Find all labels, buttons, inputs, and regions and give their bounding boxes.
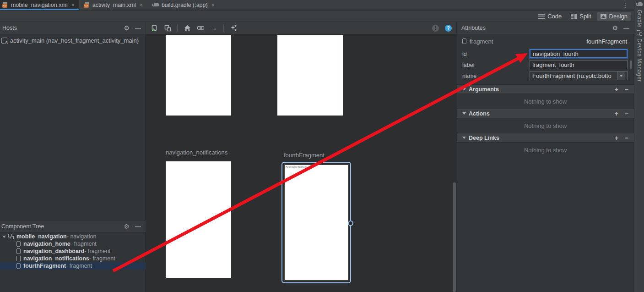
arrow-right-icon[interactable]: → (210, 24, 217, 32)
home-icon[interactable] (184, 24, 191, 32)
destination-preview-notifications[interactable] (166, 161, 231, 278)
new-destination-icon[interactable] (151, 24, 158, 32)
fragment-preview-content: Hello blank fragment (284, 164, 349, 281)
gear-icon[interactable]: ⚙ (124, 25, 130, 31)
device-manager-icon (637, 30, 642, 36)
tree-item-suffix: - fragment (84, 248, 110, 254)
navigation-graph-canvas[interactable]: navigation_notifications fourthFragment … (146, 34, 456, 292)
chevron-down-icon (462, 137, 466, 139)
gradle-tool-window-button[interactable]: Gradle (636, 10, 643, 28)
nested-graph-icon[interactable] (164, 24, 171, 32)
hide-panel-icon[interactable]: — (623, 25, 629, 31)
split-mode-button[interactable]: Split (567, 12, 595, 21)
hide-panel-icon[interactable]: — (135, 223, 141, 229)
section-title: Actions (469, 110, 490, 117)
component-id: fourthFragment (586, 38, 627, 45)
tree-item-name: navigation_dashboard (23, 248, 84, 254)
destination-preview-home[interactable] (166, 35, 231, 116)
tree-item-navigation-home[interactable]: navigation_home - fragment (0, 240, 146, 248)
tree-item-navigation-dashboard[interactable]: navigation_dashboard - fragment (0, 248, 146, 255)
gear-icon[interactable]: ⚙ (124, 223, 130, 230)
fragment-icon (16, 263, 21, 269)
gear-icon[interactable]: ⚙ (612, 25, 618, 31)
add-action-icon[interactable]: + (615, 110, 618, 117)
chevron-down-icon[interactable] (2, 236, 6, 238)
remove-deep-link-icon[interactable]: − (625, 135, 628, 141)
id-input[interactable] (530, 49, 628, 58)
code-mode-button[interactable]: Code (535, 12, 565, 21)
editor-tab-bar: <> mobile_navigation.xml × <> activity_m… (0, 0, 634, 10)
tree-item-name: navigation_notifications (23, 255, 89, 262)
attributes-scrollbar-thumb[interactable] (630, 61, 632, 69)
tree-item-fourth-fragment[interactable]: fourthFragment - fragment (0, 262, 146, 270)
xml-file-icon: <> (2, 2, 8, 8)
tab-label: mobile_navigation.xml (11, 2, 68, 8)
fragment-icon (16, 241, 21, 247)
tree-item-suffix: - navigation (67, 233, 97, 240)
component-tree: mobile_navigation - navigation navigatio… (0, 233, 146, 270)
fragment-icon (16, 248, 21, 254)
deep-links-section-header[interactable]: Deep Links + − (457, 133, 634, 143)
fragment-icon (462, 39, 466, 44)
section-title: Arguments (469, 86, 499, 93)
label-input[interactable] (530, 60, 628, 69)
arguments-empty-text: Nothing to show (457, 98, 634, 105)
tab-activity-main-xml[interactable]: <> activity_main.xml × (79, 0, 147, 10)
auto-arrange-icon[interactable] (230, 24, 237, 32)
tree-item-suffix: - fragment (89, 255, 115, 262)
split-label: Split (579, 13, 591, 20)
close-icon[interactable]: × (211, 2, 215, 8)
issues-icon[interactable]: ! (432, 25, 439, 32)
link-action-icon[interactable] (197, 24, 204, 32)
name-dropdown[interactable]: FourthFragment (ru.yotc.botto (530, 71, 628, 80)
arguments-section-header[interactable]: Arguments + − (457, 84, 634, 94)
tab-build-gradle[interactable]: build.gradle (:app) × (147, 0, 219, 10)
close-icon[interactable]: × (71, 2, 75, 8)
remove-argument-icon[interactable]: − (625, 86, 628, 93)
code-label: Code (547, 13, 562, 20)
actions-empty-text: Nothing to show (457, 122, 634, 129)
design-label: Design (609, 13, 628, 20)
toolbar-separator (177, 24, 178, 32)
tree-item-suffix: - fragment (70, 241, 97, 247)
tab-mobile-navigation-xml[interactable]: <> mobile_navigation.xml × (0, 0, 79, 10)
activity-icon (1, 38, 7, 44)
hide-panel-icon[interactable]: — (135, 25, 141, 31)
xml-file-icon: <> (84, 2, 90, 8)
component-tree-header: Component Tree ⚙ — (0, 220, 146, 232)
gradle-elephant-icon (152, 2, 159, 7)
design-mode-button[interactable]: Design (597, 12, 631, 21)
split-icon (571, 14, 577, 19)
tree-item-navigation-notifications[interactable]: navigation_notifications - fragment (0, 255, 146, 262)
attributes-panel: Attributes ⚙ — fragment fourthFragment i… (457, 22, 634, 292)
preview-text: Hello blank fragment (286, 165, 307, 168)
destination-preview-dashboard[interactable] (277, 35, 343, 116)
tree-item-mobile-navigation[interactable]: mobile_navigation - navigation (0, 233, 146, 240)
label-attribute-label: label (462, 61, 474, 70)
add-argument-icon[interactable]: + (615, 86, 618, 93)
chevron-down-icon[interactable] (617, 72, 625, 80)
destination-preview-fourth-selected[interactable]: Hello blank fragment (281, 162, 351, 283)
add-deep-link-icon[interactable]: + (615, 135, 618, 141)
remove-action-icon[interactable]: − (625, 110, 628, 117)
chevron-down-icon (462, 112, 466, 115)
gradle-elephant-icon (636, 2, 643, 7)
host-item-activity-main[interactable]: activity_main (nav_host_fragment_activit… (0, 36, 146, 44)
component-tree-title: Component Tree (1, 223, 44, 230)
tree-item-suffix: - fragment (66, 263, 92, 269)
design-icon (601, 14, 606, 19)
editor-mode-toolbar: Code Split Design (0, 11, 634, 22)
tab-label: activity_main.xml (92, 2, 136, 8)
actions-section-header[interactable]: Actions + − (457, 109, 634, 118)
device-manager-tool-window-button[interactable]: Device Manager (636, 39, 643, 82)
help-icon[interactable]: ? (445, 25, 452, 32)
hosts-title: Hosts (2, 25, 17, 31)
action-handle[interactable] (348, 220, 353, 226)
canvas-scrollbar[interactable] (453, 182, 456, 292)
close-icon[interactable]: × (140, 2, 143, 8)
right-tool-window-rail: Gradle Device Manager (634, 0, 644, 292)
kebab-menu-icon[interactable]: ⋮ (622, 0, 628, 10)
host-item-label: activity_main (nav_host_fragment_activit… (10, 37, 139, 44)
toolbar-separator (223, 24, 224, 32)
tree-item-name: mobile_navigation (16, 233, 67, 240)
